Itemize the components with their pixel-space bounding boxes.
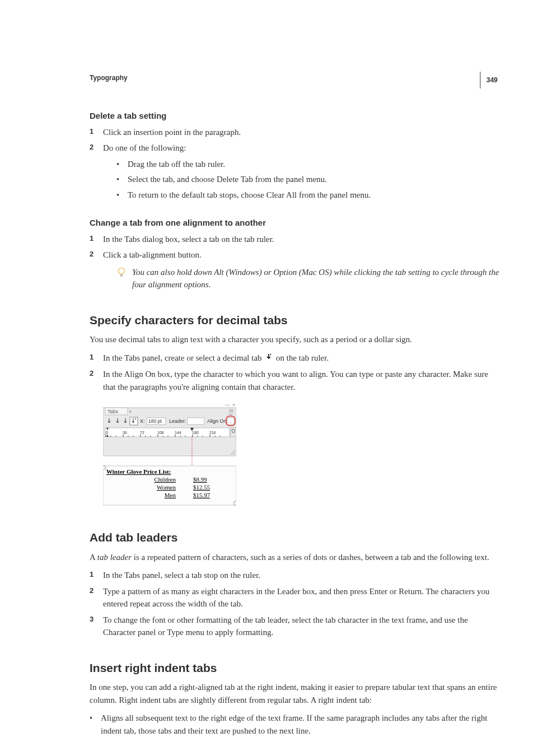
list-item: 2Click a tab-alignment button. You can a… — [90, 249, 500, 291]
tabs-panel-figure: — × Tabs × X: 180 pt Leader: — [103, 402, 500, 508]
paragraph: You use decimal tabs to align text with … — [90, 333, 500, 346]
svg-rect-16 — [130, 417, 138, 425]
paragraph: A tab leader is a repeated pattern of ch… — [90, 551, 500, 564]
step-text-b: on the tab ruler. — [274, 353, 329, 362]
step-number: 3 — [90, 614, 93, 625]
preview-price: $8.99 — [193, 476, 207, 483]
ruler-tick: 216 — [209, 431, 216, 435]
step-number: 1 — [90, 126, 93, 137]
tip-text: You can also hold down Alt (Windows) or … — [132, 268, 499, 290]
text: A — [90, 553, 97, 562]
list-item: 1Click an insertion point in the paragra… — [90, 126, 500, 139]
list-item: Aligns all subsequent text to the right … — [90, 712, 500, 737]
list-item: 2In the Align On box, type the character… — [90, 368, 500, 393]
tabs-panel-tab: Tabs — [107, 409, 119, 414]
step-number: 1 — [90, 233, 93, 244]
step-text: Type a pattern of as many as eight chara… — [103, 587, 489, 609]
ruler-tick: 72 — [140, 431, 144, 435]
svg-rect-53 — [103, 466, 105, 469]
step-text: In the Align On box, type the character … — [103, 370, 488, 391]
step-text: Click a tab-alignment button. — [103, 250, 202, 259]
close-icon: × — [232, 402, 235, 408]
preview-title: Winter Glove Price List: — [106, 468, 171, 475]
list-item: To return to the default tab stops, choo… — [116, 189, 500, 202]
list-item: 3To change the font or other formatting … — [90, 614, 500, 639]
tip-block: You can also hold down Alt (Windows) or … — [116, 266, 500, 291]
list-item: 1 In the Tabs panel, create or select a … — [90, 352, 500, 365]
step-number: 1 — [90, 352, 93, 363]
step-text-a: In the Tabs panel, create or select a de… — [103, 353, 264, 362]
lightbulb-icon — [116, 267, 127, 282]
step-text: To change the font or other formatting o… — [103, 615, 468, 637]
breadcrumb: Typography — [90, 73, 500, 83]
step-text: Do one of the following: — [103, 143, 186, 152]
step-number: 2 — [90, 249, 93, 260]
tab-align-decimal-icon — [130, 417, 138, 425]
list-item: 1In the Tabs panel, select a tab stop on… — [90, 569, 500, 582]
step-number: 2 — [90, 142, 93, 153]
preview-label: Men — [165, 492, 176, 498]
ruler-tick: 144 — [175, 431, 181, 435]
list-item: 2Type a pattern of as many as eight char… — [90, 585, 500, 610]
list-item: Drag the tab off the tab ruler. — [116, 158, 500, 171]
list-item: 2Do one of the following: Drag the tab o… — [90, 142, 500, 201]
svg-rect-20 — [188, 418, 204, 424]
decimal-tab-icon — [265, 352, 272, 365]
align-on-label: Align On: — [207, 418, 228, 424]
heading-delete-tab-setting: Delete a tab setting — [90, 110, 500, 123]
ruler-tick: 180 — [192, 431, 199, 435]
preview-price: $12.55 — [193, 484, 210, 491]
step-number: 2 — [90, 585, 93, 596]
bullet-text: To return to the default tab stops, choo… — [128, 190, 371, 199]
preview-price: $15.97 — [193, 492, 210, 498]
svg-point-0 — [119, 268, 125, 274]
bullet-text: Aligns all subsequent text to the right … — [101, 713, 488, 735]
svg-rect-54 — [234, 502, 236, 505]
ruler-tick: 108 — [157, 431, 164, 435]
x-label: X: — [140, 418, 145, 424]
svg-point-18 — [135, 418, 136, 419]
align-on-value: . — [229, 418, 231, 424]
page-number: 349 — [480, 72, 498, 88]
svg-rect-1 — [120, 274, 123, 276]
step-number: 1 — [90, 569, 93, 580]
svg-text:×: × — [129, 409, 132, 414]
step-text: In the Tabs panel, select a tab stop on … — [103, 571, 260, 580]
bullet-text: Drag the tab off the tab ruler. — [128, 160, 225, 169]
step-text: In the Tabs dialog box, select a tab on … — [103, 235, 274, 244]
heading-specify-decimal-tabs: Specify characters for decimal tabs — [90, 311, 500, 329]
step-text: Click an insertion point in the paragrap… — [103, 128, 241, 137]
term: tab leader — [97, 553, 132, 562]
step-number: 2 — [90, 368, 93, 379]
svg-point-4 — [270, 354, 271, 355]
preview-label: Children — [154, 476, 176, 483]
heading-add-tab-leaders: Add tab leaders — [90, 529, 500, 547]
heading-change-tab-alignment: Change a tab from one alignment to anoth… — [90, 217, 500, 230]
bullet-text: Select the tab, and choose Delete Tab fr… — [128, 175, 327, 184]
preview-label: Women — [157, 484, 176, 491]
list-item: 1In the Tabs dialog box, select a tab on… — [90, 233, 500, 246]
list-item: Select the tab, and choose Delete Tab fr… — [116, 173, 500, 186]
ruler-tick: 36 — [123, 431, 127, 435]
ruler-tick: 0 — [106, 431, 108, 435]
x-value: 180 pt — [148, 418, 162, 424]
text: is a repeated pattern of characters, suc… — [132, 553, 489, 562]
paragraph: In one step, you can add a right-aligned… — [90, 681, 500, 706]
heading-insert-right-indent-tabs: Insert right indent tabs — [90, 659, 500, 677]
minimize-icon: — — [225, 402, 230, 408]
leader-label: Leader: — [169, 418, 186, 424]
